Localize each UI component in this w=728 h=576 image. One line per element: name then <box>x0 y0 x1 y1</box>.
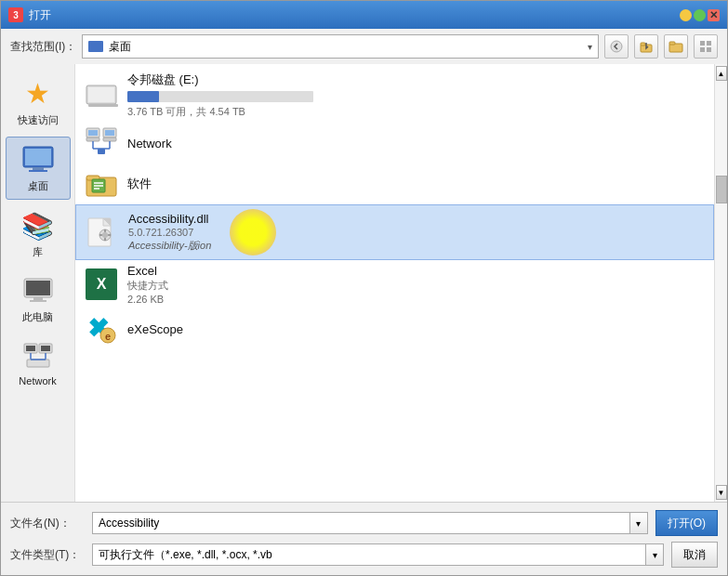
folder-icon <box>85 167 118 201</box>
software-info: 软件 <box>127 176 152 192</box>
svg-rect-23 <box>27 360 49 367</box>
sidebar-item-label-library: 库 <box>33 245 43 259</box>
desktop-icon <box>21 143 55 177</box>
bottom-bar: 文件名(N)： ▾ 打开(O) 文件类型(T)： 可执行文件（*.exe, *.… <box>1 502 727 575</box>
title-bar: 3 打开 ─ □ ✕ <box>1 1 727 29</box>
scroll-down-button[interactable]: ▼ <box>716 485 727 500</box>
svg-rect-6 <box>707 41 711 46</box>
location-dropdown[interactable]: 桌面 ▾ <box>82 34 599 59</box>
cancel-button[interactable]: 取消 <box>671 542 718 568</box>
excel-icon: X <box>85 268 118 301</box>
scroll-up-button[interactable]: ▲ <box>716 66 727 81</box>
exescope-name: eXeScope <box>127 322 183 336</box>
sidebar-item-quick-access[interactable]: ★ 快速访问 <box>6 72 71 133</box>
back-button[interactable] <box>604 34 629 59</box>
list-item[interactable]: ✖ e eXeScope <box>75 308 714 349</box>
filename-label: 文件名(N)： <box>10 516 85 531</box>
library-icon: 📚 <box>21 209 55 242</box>
accessibility-dll-detail: 5.0.721.26307 <box>128 227 211 238</box>
sidebar-item-network[interactable]: Network <box>6 334 71 392</box>
sidebar: ★ 快速访问 桌面 📚 <box>1 64 75 502</box>
up-folder-icon <box>640 40 653 53</box>
filetype-row: 文件类型(T)： 可执行文件（*.exe, *.dll, *.ocx, *.vb… <box>10 542 718 568</box>
list-item[interactable]: Accessibility.dll 5.0.721.26307 Accessib… <box>75 204 714 260</box>
svg-text:e: e <box>105 331 111 342</box>
svg-rect-8 <box>707 47 711 52</box>
accessibility-dll-name: Accessibility.dll <box>128 212 211 226</box>
view-button[interactable] <box>694 34 718 59</box>
sidebar-item-library[interactable]: 📚 库 <box>6 203 71 265</box>
excel-detail: 快捷方式 <box>127 279 168 293</box>
svg-rect-2 <box>641 43 645 46</box>
network-name: Network <box>127 137 172 151</box>
close-button[interactable]: ✕ <box>708 9 720 21</box>
list-item[interactable]: X Excel 快捷方式 2.26 KB <box>75 260 714 308</box>
dialog-window: 3 打开 ─ □ ✕ 查找范围(I)： 桌面 ▾ <box>0 0 728 576</box>
minimize-button[interactable]: ─ <box>680 9 692 21</box>
filename-input[interactable] <box>92 512 629 534</box>
drive-info: 令邦磁盘 (E:) 3.76 TB 可用，共 4.54 TB <box>127 72 313 119</box>
network-file-icon <box>85 126 118 160</box>
location-label: 查找范围(I)： <box>10 39 76 55</box>
svg-rect-20 <box>41 346 50 351</box>
accessibility-dll-tooltip: Accessibility-版ion <box>128 239 211 253</box>
accessibility-dll-info: Accessibility.dll 5.0.721.26307 Accessib… <box>128 212 211 253</box>
maximize-button[interactable]: □ <box>694 9 706 21</box>
sidebar-item-label-network: Network <box>19 375 56 386</box>
sidebar-item-desktop[interactable]: 桌面 <box>6 137 71 200</box>
svg-rect-16 <box>30 300 46 302</box>
file-list-container: 令邦磁盘 (E:) 3.76 TB 可用，共 4.54 TB <box>75 64 714 502</box>
svg-rect-4 <box>669 42 675 45</box>
filename-input-group: ▾ <box>92 512 648 534</box>
svg-rect-18 <box>26 346 35 351</box>
filetype-select-group: 可执行文件（*.exe, *.dll, *.ocx, *.vb ▾ <box>92 543 664 566</box>
list-item[interactable]: 令邦磁盘 (E:) 3.76 TB 可用，共 4.54 TB <box>75 68 714 123</box>
exescope-info: eXeScope <box>127 322 183 336</box>
exescope-file-icon: ✖ e <box>85 312 118 346</box>
filetype-dropdown-button[interactable]: ▾ <box>645 543 664 566</box>
location-icon <box>88 41 103 52</box>
excel-size: 2.26 KB <box>127 294 168 305</box>
svg-rect-37 <box>98 149 105 154</box>
svg-rect-7 <box>700 47 705 52</box>
open-button[interactable]: 打开(O) <box>655 510 718 536</box>
dropdown-arrow-icon: ▾ <box>588 42 592 52</box>
svg-rect-10 <box>25 149 51 165</box>
quick-access-icon: ★ <box>21 77 55 111</box>
svg-rect-33 <box>103 137 116 141</box>
network-info: Network <box>127 137 172 151</box>
view-icon <box>699 40 712 53</box>
up-button[interactable] <box>634 34 658 59</box>
computer-icon <box>21 274 55 308</box>
back-icon <box>610 40 623 53</box>
new-folder-button[interactable] <box>664 34 688 59</box>
drive-bar-container <box>127 91 313 102</box>
drive-icon <box>85 79 118 112</box>
scroll-thumb[interactable] <box>716 176 727 203</box>
location-text: 桌面 <box>109 39 582 55</box>
main-area: ★ 快速访问 桌面 📚 <box>1 64 727 502</box>
svg-rect-26 <box>88 87 114 102</box>
dll-file-icon <box>86 216 119 249</box>
svg-point-48 <box>102 232 108 238</box>
network-sidebar-icon <box>21 339 55 373</box>
list-item[interactable]: 软件 <box>75 164 714 204</box>
scrollbar[interactable]: ▲ ▼ <box>714 64 727 502</box>
drive-bar-fill <box>127 91 159 102</box>
filetype-display: 可执行文件（*.exe, *.dll, *.ocx, *.vb <box>92 543 645 566</box>
new-folder-icon <box>668 40 683 53</box>
drive-detail: 3.76 TB 可用，共 4.54 TB <box>127 105 313 119</box>
filetype-label: 文件类型(T)： <box>10 547 85 563</box>
list-item[interactable]: Network <box>75 123 714 164</box>
sidebar-item-computer[interactable]: 此电脑 <box>6 268 71 330</box>
toolbar: 查找范围(I)： 桌面 ▾ <box>1 29 727 64</box>
sidebar-item-label-desktop: 桌面 <box>28 179 48 193</box>
svg-rect-12 <box>29 170 47 172</box>
svg-rect-30 <box>86 137 99 141</box>
window-controls: ─ □ ✕ <box>680 9 720 21</box>
file-list: 令邦磁盘 (E:) 3.76 TB 可用，共 4.54 TB <box>75 64 714 502</box>
svg-point-0 <box>611 41 622 52</box>
filename-dropdown-button[interactable]: ▾ <box>629 512 648 534</box>
svg-rect-14 <box>26 281 50 295</box>
svg-rect-29 <box>88 130 98 136</box>
